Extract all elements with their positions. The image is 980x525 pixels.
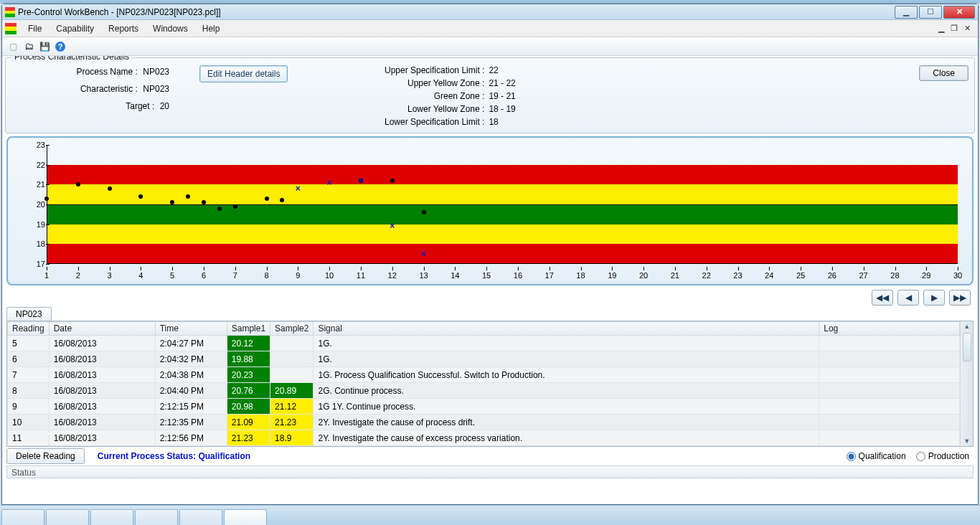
cell-t[interactable]: 2:12:35 PM — [155, 415, 227, 430]
new-file-icon[interactable] — [6, 40, 19, 53]
table-row[interactable]: 716/08/20132:04:38 PM20.231G. Process Qu… — [8, 367, 960, 383]
taskbar-item[interactable] — [46, 509, 89, 525]
cell-s2[interactable] — [270, 367, 314, 383]
cell-s2[interactable]: 21.12 — [270, 399, 314, 415]
cell-r[interactable]: 7 — [8, 367, 50, 383]
mdi-close-icon[interactable]: ✕ — [962, 24, 972, 34]
radio-qualification[interactable]: Qualification — [847, 451, 906, 461]
cell-d[interactable]: 16/08/2013 — [49, 367, 155, 383]
cell-s1[interactable]: 20.12 — [227, 336, 270, 351]
taskbar-item[interactable] — [1, 509, 44, 525]
taskbar-item[interactable] — [179, 509, 222, 525]
mdi-minimize-icon[interactable]: ▁ — [936, 24, 946, 34]
menu-help[interactable]: Help — [195, 21, 227, 37]
cell-s2[interactable] — [270, 336, 314, 351]
cell-s2[interactable]: 18.9 — [270, 430, 314, 446]
col-sample1[interactable]: Sample1 — [227, 322, 270, 336]
cell-s2[interactable]: 21.23 — [270, 415, 314, 430]
menu-windows[interactable]: Windows — [146, 21, 195, 37]
nav-first-button[interactable]: ◀◀ — [872, 290, 893, 306]
titlebar[interactable]: Pre-Control WorkBench - [NP023/NP023[NP0… — [2, 4, 978, 20]
tab-np023[interactable]: NP023 — [6, 307, 52, 321]
cell-s1[interactable]: 21.09 — [227, 415, 270, 430]
cell-d[interactable]: 16/08/2013 — [49, 351, 155, 367]
cell-sig[interactable]: 1G. — [314, 336, 819, 351]
menu-file[interactable]: File — [21, 21, 49, 37]
cell-d[interactable]: 16/08/2013 — [49, 383, 155, 399]
col-date[interactable]: Date — [49, 322, 155, 336]
close-button[interactable]: Close — [919, 65, 969, 81]
cell-s1[interactable]: 21.23 — [227, 430, 270, 446]
nav-next-button[interactable]: ▶ — [923, 290, 945, 306]
taskbar-item[interactable] — [90, 509, 133, 525]
table-row[interactable]: 1016/08/20132:12:35 PM21.0921.232Y. Inve… — [8, 415, 960, 430]
cell-s1[interactable]: 20.98 — [227, 399, 270, 415]
table-row[interactable]: 816/08/20132:04:40 PM20.7620.892G. Conti… — [8, 383, 960, 399]
table-row[interactable]: 516/08/20132:04:27 PM20.121G. — [8, 336, 960, 351]
cell-log[interactable] — [819, 351, 960, 367]
scroll-thumb[interactable] — [963, 333, 971, 361]
table-row[interactable]: 1116/08/20132:12:56 PM21.2318.92Y. Inves… — [8, 430, 960, 446]
cell-s2[interactable]: 20.89 — [270, 383, 314, 399]
mdi-restore-icon[interactable]: ❐ — [949, 24, 959, 34]
cell-log[interactable] — [819, 399, 960, 415]
cell-sig[interactable]: 1G. — [314, 351, 819, 367]
cell-r[interactable]: 9 — [8, 399, 50, 415]
cell-s1[interactable]: 20.76 — [227, 383, 270, 399]
cell-t[interactable]: 2:04:38 PM — [155, 367, 227, 383]
grid-scrollbar[interactable]: ▲ ▼ — [960, 321, 973, 446]
window-maximize-button[interactable] — [919, 6, 942, 19]
taskbar[interactable] — [0, 505, 980, 525]
col-reading[interactable]: Reading — [8, 322, 50, 336]
col-signal[interactable]: Signal — [314, 322, 819, 336]
radio-production-input[interactable] — [916, 452, 925, 461]
cell-sig[interactable]: 2Y. Investigate the cause of excess proc… — [314, 430, 819, 446]
cell-sig[interactable]: 1G. Process Qualification Successful. Sw… — [314, 367, 819, 383]
cell-log[interactable] — [819, 415, 960, 430]
cell-log[interactable] — [819, 430, 960, 446]
cell-r[interactable]: 8 — [8, 383, 50, 399]
cell-t[interactable]: 2:12:56 PM — [155, 430, 227, 446]
window-close-button[interactable] — [943, 6, 975, 19]
taskbar-item[interactable] — [135, 509, 178, 525]
cell-s2[interactable] — [270, 351, 314, 367]
cell-s1[interactable]: 19.88 — [227, 351, 270, 367]
cell-s1[interactable]: 20.23 — [227, 367, 270, 383]
menu-capability[interactable]: Capability — [49, 21, 101, 37]
window-minimize-button[interactable] — [895, 6, 918, 19]
cell-t[interactable]: 2:04:32 PM — [155, 351, 227, 367]
radio-production[interactable]: Production — [916, 451, 969, 461]
table-row[interactable]: 616/08/20132:04:32 PM19.881G. — [8, 351, 960, 367]
col-time[interactable]: Time — [155, 322, 227, 336]
save-file-icon[interactable] — [38, 40, 51, 53]
radio-qualification-input[interactable] — [847, 452, 856, 461]
cell-d[interactable]: 16/08/2013 — [49, 399, 155, 415]
cell-r[interactable]: 5 — [8, 336, 50, 351]
cell-r[interactable]: 10 — [8, 415, 50, 430]
edit-header-button[interactable]: Edit Header details — [199, 65, 288, 82]
col-log[interactable]: Log — [819, 322, 960, 336]
scroll-down-icon[interactable]: ▼ — [963, 438, 970, 445]
cell-d[interactable]: 16/08/2013 — [49, 336, 155, 351]
cell-t[interactable]: 2:04:40 PM — [155, 383, 227, 399]
table-row[interactable]: 916/08/20132:12:15 PM20.9821.121G 1Y. Co… — [8, 399, 960, 415]
cell-log[interactable] — [819, 336, 960, 351]
cell-t[interactable]: 2:04:27 PM — [155, 336, 227, 351]
nav-prev-button[interactable]: ◀ — [897, 290, 919, 306]
cell-d[interactable]: 16/08/2013 — [49, 415, 155, 430]
cell-sig[interactable]: 2Y. Investigate the cause of process dri… — [314, 415, 819, 430]
nav-last-button[interactable]: ▶▶ — [949, 290, 971, 306]
cell-r[interactable]: 11 — [8, 430, 50, 446]
cell-sig[interactable]: 2G. Continue process. — [314, 383, 819, 399]
cell-sig[interactable]: 1G 1Y. Continue process. — [314, 399, 819, 415]
taskbar-item-active[interactable] — [224, 509, 267, 525]
cell-r[interactable]: 6 — [8, 351, 50, 367]
menu-reports[interactable]: Reports — [101, 21, 146, 37]
cell-log[interactable] — [819, 367, 960, 383]
cell-d[interactable]: 16/08/2013 — [49, 430, 155, 446]
delete-reading-button[interactable]: Delete Reading — [6, 448, 85, 464]
cell-log[interactable] — [819, 383, 960, 399]
open-file-icon[interactable] — [22, 40, 35, 53]
scroll-up-icon[interactable]: ▲ — [963, 323, 970, 330]
col-sample2[interactable]: Sample2 — [270, 322, 314, 336]
